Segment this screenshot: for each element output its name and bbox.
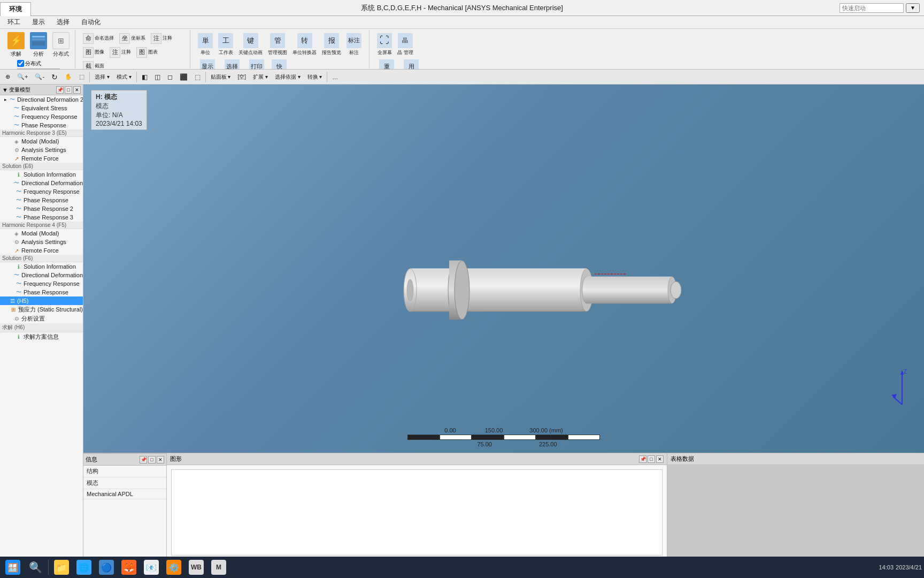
viewport-3d[interactable]: H: 模态 模态 单位: N/A 2023/4/21 14:03: [83, 85, 924, 453]
viewport-date: 2023/4/21 14:03: [96, 120, 142, 127]
wb-btn[interactable]: WB: [186, 558, 207, 577]
tree-item-modal-f5[interactable]: ◈ Modal (Modal): [0, 229, 83, 238]
tree-item-phase-resp3-e6[interactable]: 〜 Phase Response 3: [0, 213, 83, 222]
tree-item-dir-def-f6[interactable]: 〜 Directional Deformation: [0, 271, 83, 279]
select-btn[interactable]: 选择 ▾: [91, 71, 113, 83]
tree-close-btn[interactable]: ✕: [73, 86, 81, 94]
note-btn[interactable]: 注 注释: [107, 46, 133, 59]
tree-item-modal-e5[interactable]: ◈ Modal (Modal): [0, 137, 83, 146]
edges-btn[interactable]: ◫: [151, 71, 164, 83]
vertices-btn[interactable]: ◻: [164, 71, 176, 83]
chart-pin-btn[interactable]: 📌: [639, 455, 646, 463]
chart-expand-btn[interactable]: □: [648, 455, 655, 463]
tree-item-phase-resp-f6[interactable]: 〜 Phase Response: [0, 288, 83, 296]
more-btn[interactable]: …: [329, 71, 341, 83]
clipboard-btn[interactable]: 贴面板 ▾: [207, 71, 234, 83]
workbench-btn[interactable]: 工 工作表: [216, 32, 235, 57]
chart-btn[interactable]: 图 图表: [134, 46, 160, 59]
app6-btn[interactable]: ⚙️: [163, 558, 184, 577]
menu-env[interactable]: 环工: [2, 17, 26, 28]
zoom-out-btn[interactable]: 🔍-: [32, 71, 48, 83]
figure-btn[interactable]: 图 图像: [81, 46, 106, 59]
section-btn[interactable]: 截 截面: [81, 60, 106, 70]
menu-auto[interactable]: 自动化: [76, 17, 106, 28]
tree-item-sol-info-f6[interactable]: ℹ Solution Information: [0, 262, 83, 271]
tree-item-dir-def-e6[interactable]: 〜 Directional Deformation: [0, 179, 83, 187]
tree-pin-btn[interactable]: 📌: [56, 86, 64, 94]
zoom-fit-btn[interactable]: ⊕: [2, 71, 13, 83]
info-expand-btn[interactable]: □: [148, 456, 156, 463]
tree-item-prestress[interactable]: ⊞ 预应力 (Static Structural): [0, 305, 83, 314]
comment-btn[interactable]: 注 注释: [149, 32, 174, 45]
tree-item-remote-force-e5[interactable]: ↗ Remote Force: [0, 154, 83, 163]
fullscreen-btn[interactable]: ⛶ 全屏幕: [375, 32, 394, 57]
menu-display[interactable]: 显示: [27, 17, 50, 28]
empty-btn[interactable]: [空]: [234, 71, 249, 83]
box-zoom-btn[interactable]: ⬚: [76, 71, 88, 83]
select-by-btn[interactable]: 选择依据 ▾: [272, 71, 304, 83]
file-explorer-btn[interactable]: 📁: [51, 558, 72, 577]
tree-item-dir-def2[interactable]: ▸ 〜 Directional Deformation 2: [0, 95, 83, 104]
solve-button[interactable]: ⚡ 求解: [5, 31, 27, 59]
rotate-btn[interactable]: ↻: [48, 71, 61, 83]
tree-item-freq-resp1[interactable]: 〜 Frequency Response: [0, 112, 83, 121]
tree-item-freq-resp-e6[interactable]: 〜 Frequency Response: [0, 187, 83, 196]
shortcut-btn[interactable]: 快 快捷键: [270, 58, 289, 70]
tree-item-sol-info-e6[interactable]: ℹ Solution Information: [0, 170, 83, 179]
svg-text:Z: Z: [904, 369, 907, 375]
quick-launch-btn[interactable]: ▼: [906, 3, 920, 13]
tree-item-analysis-e5[interactable]: ⚙ Analysis Settings: [0, 146, 83, 154]
report-preview-btn[interactable]: 报 报告预览: [320, 32, 343, 57]
app4-btn[interactable]: 🦊: [118, 558, 140, 577]
user-def-btn[interactable]: 用 用户定义: [399, 58, 423, 70]
info-pin-btn[interactable]: 📌: [140, 456, 147, 463]
tree-item-phase-resp1[interactable]: 〜 Phase Response: [0, 121, 83, 130]
tree-item-freq-resp-f6[interactable]: 〜 Frequency Response: [0, 279, 83, 288]
distribute-button[interactable]: ⊞ 分布式: [50, 31, 72, 59]
svg-point-15: [671, 282, 681, 299]
start-btn[interactable]: 🪟: [2, 558, 24, 577]
faces-btn[interactable]: ◧: [138, 71, 151, 83]
tree-item-sol-info-h6[interactable]: ℹ 求解方案信息: [0, 332, 83, 341]
tree-item-analysis-f5[interactable]: ⚙ Analysis Settings: [0, 238, 83, 246]
tree-item-analysis-settings-h5[interactable]: ⚙ 分析设置: [0, 314, 83, 323]
reset-layout-btn[interactable]: 重 重置布局: [375, 58, 398, 70]
tree-expand-btn[interactable]: □: [65, 86, 72, 94]
zoom-in-btn[interactable]: 🔍+: [14, 71, 31, 83]
app5-btn[interactable]: 📧: [141, 558, 162, 577]
unit-btn[interactable]: 単 单位: [196, 32, 215, 57]
menu-select[interactable]: 选择: [51, 17, 75, 28]
expand-btn[interactable]: 扩展 ▾: [250, 71, 271, 83]
browser-btn[interactable]: 🌐: [73, 558, 95, 577]
tree-item-h5[interactable]: ☰ (H5): [0, 296, 83, 305]
manage-view-btn[interactable]: 管 管理视图: [266, 32, 289, 57]
label-btn[interactable]: 标注 标注: [344, 32, 364, 57]
unit-converter-btn[interactable]: 转 单位转换器: [290, 32, 319, 57]
manage-btn[interactable]: 晶 晶 管理: [395, 32, 415, 57]
section-plane-btn[interactable]: ⬚: [191, 71, 204, 83]
quick-search-input[interactable]: [840, 3, 904, 13]
tree-item-phase-resp-e6[interactable]: 〜 Phase Response: [0, 196, 83, 204]
error-btn[interactable]: 显示 显示错误: [196, 58, 219, 70]
pan-btn[interactable]: ✋: [61, 71, 75, 83]
tree-item-equiv-stress[interactable]: 〜 Equivalent Stress: [0, 104, 83, 112]
app3-btn[interactable]: 🔵: [96, 558, 117, 577]
print-btn[interactable]: 打印 打印预览: [245, 58, 268, 70]
tab-environment[interactable]: 环境: [0, 2, 31, 16]
select-info-btn[interactable]: 选择 选择信息: [220, 58, 244, 70]
coord-btn[interactable]: 坐 坐标系: [117, 32, 148, 45]
mode-btn[interactable]: 模式 ▾: [113, 71, 135, 83]
tree-item-remote-force-f5[interactable]: ↗ Remote Force: [0, 246, 83, 255]
convert-btn[interactable]: 转换 ▾: [304, 71, 326, 83]
tree-item-phase-resp2-e6[interactable]: 〜 Phase Response 2: [0, 204, 83, 213]
viewport-subtitle: 模态: [96, 102, 142, 111]
search-btn[interactable]: 🔍: [25, 558, 46, 577]
name-select-btn[interactable]: 命 命名选择: [81, 32, 116, 45]
info-close-btn[interactable]: ✕: [157, 456, 164, 463]
body-btn[interactable]: ⬛: [176, 71, 191, 83]
distribute-checkbox[interactable]: [17, 60, 24, 67]
chart-close-btn[interactable]: ✕: [656, 455, 664, 463]
analysis-button[interactable]: 分析: [28, 31, 49, 59]
mech-btn[interactable]: M: [208, 558, 229, 577]
keybind-btn[interactable]: 键 关键点动画: [236, 32, 265, 57]
